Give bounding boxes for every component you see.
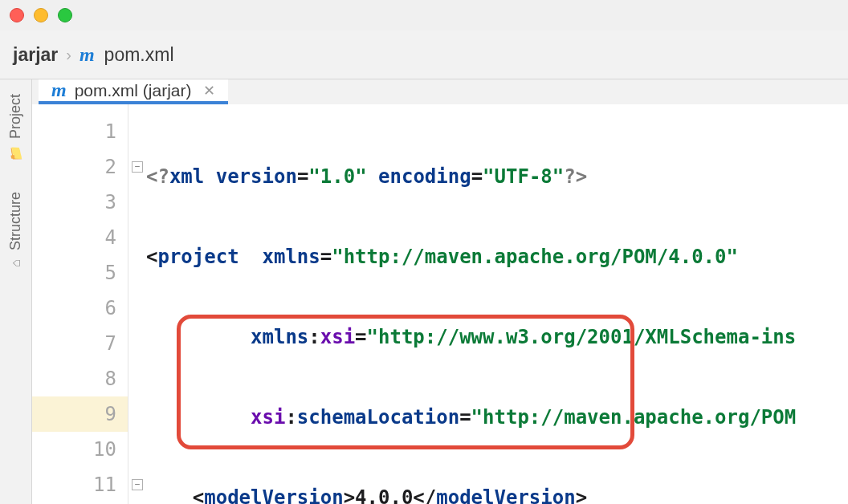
maven-file-icon: m [51, 79, 67, 101]
editor-tab-label: pom.xml (jarjar) [75, 81, 192, 100]
breadcrumb-file[interactable]: pom.xml [104, 44, 174, 66]
code-line: <project xmlns="http://maven.apache.org/… [146, 239, 848, 274]
tool-window-structure[interactable]: ⌂ Structure [7, 192, 24, 270]
maven-file-icon: m [80, 44, 95, 66]
fold-marker-icon[interactable]: − [132, 161, 143, 173]
code-content[interactable]: <?xml version="1.0" encoding="UTF-8"?> <… [146, 104, 848, 504]
code-line: <?xml version="1.0" encoding="UTF-8"?> [146, 159, 848, 194]
folder-icon: 📁 [8, 146, 24, 161]
code-editor[interactable]: 1 2 3 4 5 6 7 8 9 10 11 − [32, 104, 848, 504]
code-line: xsi:schemaLocation="http://maven.apache.… [146, 400, 848, 435]
chevron-right-icon: › [66, 46, 71, 64]
window-zoom-button[interactable] [58, 8, 72, 22]
fold-marker-icon[interactable]: − [132, 479, 143, 490]
breadcrumb: jarjar › m pom.xml [0, 30, 848, 79]
line-number[interactable]: 5 [32, 255, 128, 291]
line-number[interactable]: 11 [32, 467, 128, 502]
workarea: 📁 Project ⌂ Structure m pom.xml (jarjar)… [0, 79, 848, 504]
line-number[interactable]: 10 [32, 432, 128, 467]
breadcrumb-root[interactable]: jarjar [13, 44, 58, 66]
titlebar [0, 0, 848, 30]
close-icon[interactable]: ✕ [203, 82, 215, 100]
code-line: <modelVersion>4.0.0</modelVersion> [146, 480, 848, 504]
gutter: 1 2 3 4 5 6 7 8 9 10 11 [32, 104, 128, 504]
line-number[interactable]: 9 [32, 396, 128, 432]
window-close-button[interactable] [10, 8, 24, 22]
tool-window-project-label: Project [7, 94, 24, 139]
code-line: xmlns:xsi="http://www.w3.org/2001/XMLSch… [146, 319, 848, 355]
structure-icon: ⌂ [9, 257, 22, 271]
editor-area: m pom.xml (jarjar) ✕ 1 2 3 4 5 6 7 8 9 1… [32, 79, 848, 504]
fold-column: − − [128, 104, 146, 504]
line-number[interactable]: 2 [32, 149, 128, 185]
line-number[interactable]: 8 [32, 361, 128, 396]
editor-tab-active[interactable]: m pom.xml (jarjar) ✕ [39, 79, 228, 104]
line-number[interactable]: 4 [32, 220, 128, 255]
line-number[interactable]: 6 [32, 291, 128, 326]
tool-window-structure-label: Structure [7, 192, 24, 250]
tool-strip: 📁 Project ⌂ Structure [0, 79, 32, 504]
line-number[interactable]: 1 [32, 114, 128, 149]
window-minimize-button[interactable] [34, 8, 48, 22]
editor-tabbar: m pom.xml (jarjar) ✕ [32, 79, 848, 104]
line-number[interactable]: 7 [32, 326, 128, 361]
tool-window-project[interactable]: 📁 Project [7, 94, 24, 161]
line-number[interactable]: 3 [32, 185, 128, 220]
